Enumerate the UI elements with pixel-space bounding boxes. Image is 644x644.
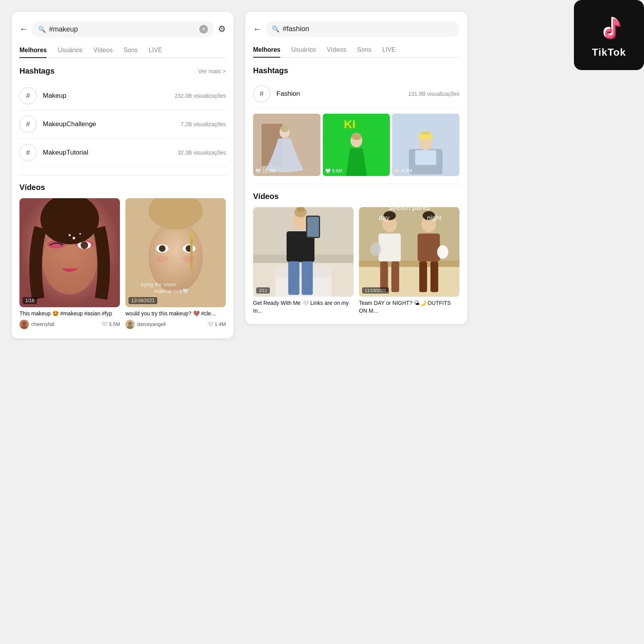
hashtag-row-makeup[interactable]: # Makeup 232.0B visualizações [19, 82, 226, 110]
right-search-icon: 🔍 [272, 25, 280, 33]
svg-point-9 [69, 234, 70, 236]
right-hashtag-img-1[interactable]: 🤍12.3M [253, 114, 320, 176]
right-hashtag-name-fashion: Fashion [276, 90, 402, 98]
left-avatar-1 [19, 320, 29, 329]
left-hashtags-title: Hashtags [19, 67, 55, 76]
right-tab-videos[interactable]: Vídeos [327, 46, 346, 57]
left-clear-button[interactable]: ✕ [199, 25, 208, 33]
right-divider [253, 184, 459, 184]
right-videos-title: Vídeos [253, 192, 459, 201]
right-img-likes-1: 🤍12.3M [255, 168, 275, 174]
hashtag-row-makeupchallenge[interactable]: # MakeupChallenge 7.2B visualizações [19, 110, 226, 139]
left-tab-videos[interactable]: Vídeos [93, 47, 113, 58]
right-tab-sons[interactable]: Sons [357, 46, 371, 57]
svg-rect-41 [415, 150, 436, 165]
right-search-input-wrap[interactable]: 🔍 #fashion [266, 21, 459, 37]
right-img-likes-3: 🤍9.3M [394, 168, 412, 174]
right-hashtag-row-fashion[interactable]: # Fashion 131.9B visualizações [253, 80, 459, 108]
svg-rect-20 [190, 236, 193, 269]
tiktok-icon [593, 12, 625, 43]
left-ver-mais[interactable]: Ver mais > [198, 68, 226, 74]
svg-point-23 [183, 256, 195, 262]
left-tab-sons[interactable]: Sons [123, 47, 137, 58]
svg-point-44 [421, 131, 431, 135]
svg-point-66 [370, 243, 382, 256]
hashtag-name-makeup: Makeup [43, 92, 168, 100]
right-hashtag-img-2[interactable]: KI 🤍9.6M [323, 114, 390, 176]
left-search-value: #makeup [49, 25, 196, 33]
svg-point-22 [156, 256, 168, 262]
left-video-caption-2: would you try this makeup? 🤎 #cle... [125, 310, 226, 318]
left-filter-button[interactable]: ⚙ [218, 24, 226, 34]
right-tab-live[interactable]: LIVE [382, 46, 396, 57]
svg-rect-62 [378, 234, 401, 262]
hashtag-row-makeuptutorial[interactable]: # MakeupTutorial 32.3B visualizações [19, 139, 226, 167]
tiktok-brand-text: TikTok [592, 46, 626, 58]
left-video-thumb-1: 1/16 [19, 198, 120, 307]
right-search-panel: ← 🔍 #fashion Melhores Usuários Vídeos So… [245, 12, 467, 324]
svg-rect-64 [391, 261, 399, 292]
left-username-1: cheerryfall [31, 321, 99, 327]
right-hashtag-images: 🤍12.3M KI 🤍9.6M [253, 114, 459, 176]
hashtag-name-makeupchallenge: MakeupChallenge [43, 120, 174, 128]
svg-point-21 [189, 231, 194, 239]
svg-text:night: night [427, 214, 442, 222]
hashtag-icon-makeup: # [19, 87, 37, 104]
left-likes-2: 🤍 1.4M [207, 321, 226, 327]
right-tabs: Melhores Usuários Vídeos Sons LIVE [253, 46, 459, 58]
right-video-caption-2: Team DAY or NIGHT? 🌤🌙 OUTFITS ON M... [359, 299, 459, 315]
svg-point-7 [73, 237, 75, 239]
left-videos-title: Vídeos [19, 183, 226, 192]
left-video-caption-1: This makeup 🤩 #makeup #asian #fyp [19, 310, 120, 318]
right-video-badge-2: 11/10/2021 [362, 287, 389, 294]
svg-rect-55 [307, 217, 319, 237]
right-tab-melhores[interactable]: Melhores [253, 46, 280, 57]
hashtag-views-makeupchallenge: 7.2B visualizações [181, 121, 226, 127]
svg-rect-52 [288, 261, 299, 295]
svg-text:day: day [379, 214, 390, 222]
left-video-badge-2: 12/18/2021 [128, 297, 157, 304]
hashtag-icon-makeupchallenge: # [19, 116, 37, 133]
svg-rect-60 [359, 260, 459, 267]
right-hashtag-views-fashion: 131.9B visualizações [408, 91, 459, 97]
left-video-card-2[interactable]: trying the 'clean' makeup look🤍 12/18/20… [125, 198, 226, 329]
right-tab-usuarios[interactable]: Usuários [291, 46, 316, 57]
left-video-card-1[interactable]: 1/16 This makeup 🤩 #makeup #asian #fyp c… [19, 198, 120, 329]
svg-text:makeup look🤍: makeup look🤍 [154, 288, 189, 294]
left-tab-usuarios[interactable]: Usuários [58, 47, 82, 58]
hashtag-views-makeup: 232.0B visualizações [174, 93, 226, 99]
left-back-button[interactable]: ← [19, 24, 28, 34]
right-video-card-2[interactable]: Mais curtidos stretch pants day night 11… [359, 207, 459, 315]
svg-rect-70 [430, 261, 438, 292]
right-video-thumb-2: Mais curtidos stretch pants day night 11… [359, 207, 459, 297]
left-search-input-wrap[interactable]: 🔍 #makeup ✕ [32, 21, 214, 37]
svg-point-5 [81, 241, 88, 249]
right-video-card-1[interactable]: 2/11 Get Ready With Me 🤍 Links are on my… [253, 207, 354, 315]
left-video-meta-2: darceyangell 🤍 1.4M [125, 320, 226, 329]
left-video-meta-1: cheerryfall 🤍 3.5M [19, 320, 120, 329]
hashtag-views-makeuptutorial: 32.3B visualizações [178, 150, 226, 156]
svg-text:KI: KI [344, 118, 355, 130]
left-search-icon: 🔍 [38, 26, 46, 33]
left-tabs: Melhores Usuários Vídeos Sons LIVE [19, 47, 226, 58]
left-avatar-2 [125, 320, 135, 329]
right-search-bar: ← 🔍 #fashion [253, 21, 459, 37]
right-hashtag-img-3[interactable]: 🤍9.3M [392, 114, 459, 176]
svg-point-11 [22, 322, 26, 326]
right-search-value: #fashion [283, 25, 453, 33]
left-search-panel: ← 🔍 #makeup ✕ ⚙ Melhores Usuários Vídeos… [12, 12, 234, 338]
right-back-button[interactable]: ← [253, 24, 262, 34]
left-search-bar: ← 🔍 #makeup ✕ ⚙ [19, 21, 226, 37]
right-video-badge-1: 2/11 [256, 287, 270, 294]
svg-point-37 [352, 133, 361, 140]
left-tab-melhores[interactable]: Melhores [19, 47, 47, 58]
hashtag-icon-makeuptutorial: # [19, 144, 37, 161]
left-video-grid: 1/16 This makeup 🤩 #makeup #asian #fyp c… [19, 198, 226, 329]
svg-rect-68 [418, 234, 440, 262]
svg-point-33 [280, 125, 289, 132]
svg-text:trying the 'clean': trying the 'clean' [141, 282, 177, 287]
left-tab-live[interactable]: LIVE [149, 47, 162, 58]
right-video-grid: 2/11 Get Ready With Me 🤍 Links are on my… [253, 207, 459, 315]
left-hashtags-header: Hashtags Ver mais > [19, 67, 226, 76]
svg-rect-53 [302, 261, 313, 295]
